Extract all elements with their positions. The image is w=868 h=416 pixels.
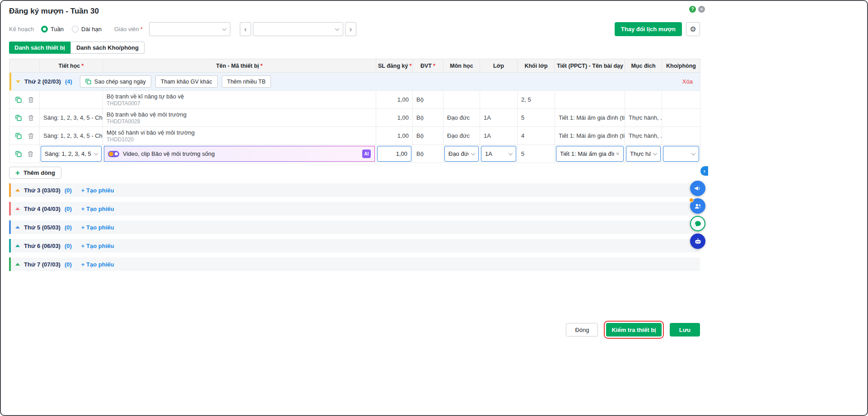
room-cell (662, 127, 700, 145)
chevron-down-icon (691, 151, 696, 155)
create-ticket-link[interactable]: + Tạo phiếu (81, 261, 114, 268)
expand-arrow-icon[interactable] (15, 207, 20, 210)
class-select[interactable]: 1A (481, 146, 516, 162)
radio-week[interactable]: Tuần (41, 26, 64, 33)
trash-icon[interactable] (28, 133, 34, 139)
change-schedule-button[interactable]: Thay đổi lịch mượn (615, 22, 682, 36)
week-navigator: ‹ › (240, 22, 356, 36)
trash-icon[interactable] (28, 115, 34, 121)
day-label: Thứ 3 (03/03) (24, 187, 61, 194)
day-bar-wednesday[interactable]: Thứ 4 (04/03) (0) + Tạo phiếu (9, 202, 700, 215)
device-name: Bộ tranh về bảo vệ môi trường (107, 111, 372, 118)
trash-icon[interactable] (28, 97, 34, 103)
collapse-arrow-icon[interactable] (16, 80, 20, 83)
create-ticket-link[interactable]: + Tạo phiếu (81, 224, 114, 231)
teacher-select[interactable] (149, 22, 230, 36)
device-type-toggle-icon (108, 151, 119, 157)
class-cell: 1A (480, 109, 518, 127)
day-group-label: Thứ 2 (02/03) (24, 78, 61, 85)
quantity-cell: 1,00 (376, 91, 413, 109)
class-cell (480, 91, 518, 109)
quantity-cell: 1,00 (376, 109, 413, 127)
close-icon[interactable]: ✕ (698, 6, 705, 13)
duplicate-row-icon[interactable] (15, 151, 22, 157)
copy-to-day-button[interactable]: Sao chép sang ngày (80, 75, 151, 88)
day-bar-thursday[interactable]: Thứ 5 (05/03) (0) + Tạo phiếu (9, 220, 700, 234)
copy-icon (85, 79, 91, 84)
create-ticket-link[interactable]: + Tạo phiếu (81, 187, 114, 194)
consult-other-teachers-button[interactable]: Tham khảo GV khác (155, 75, 218, 88)
subject-cell: Đạo đức (443, 109, 480, 127)
room-select[interactable] (663, 146, 699, 162)
next-week-button[interactable]: › (345, 22, 356, 36)
tab-bar: Danh sách thiết bị Danh sách Kho/phòng (9, 42, 700, 54)
lesson-input[interactable]: Tiết 1: Mái ấm gia đình ✕ (556, 146, 624, 162)
period-cell: Sáng: 1, 2, 3, 4, 5 - Chiề... (40, 127, 103, 145)
day-label: Thứ 7 (07/03) (24, 261, 61, 268)
week-select[interactable] (253, 22, 343, 36)
titlebar: Đăng ký mượn - Tuần 30 (9, 1, 700, 16)
day-bar-saturday[interactable]: Thứ 7 (07/03) (0) + Tạo phiếu (9, 257, 700, 271)
add-multiple-devices-button[interactable]: Thêm nhiều TB (222, 75, 271, 88)
purpose-select[interactable]: Thực hà... (626, 146, 661, 162)
required-asterisk: * (140, 26, 143, 33)
expand-arrow-icon[interactable] (15, 226, 20, 229)
day-group-count: (4) (65, 78, 72, 85)
add-row-button[interactable]: + Thêm dòng (9, 167, 61, 179)
col-class: Lớp (480, 59, 518, 73)
side-panel-toggle[interactable]: › (700, 166, 708, 176)
radio-longterm-label: Dài hạn (81, 26, 102, 33)
room-cell (662, 91, 700, 109)
day-bar-tuesday[interactable]: Thứ 3 (03/03) (0) + Tạo phiếu (9, 183, 700, 197)
trash-icon[interactable] (28, 151, 33, 157)
create-ticket-link[interactable]: + Tạo phiếu (81, 206, 114, 212)
col-room: Kho/phòng (662, 59, 700, 73)
grade-cell: 5 (518, 109, 555, 127)
quantity-cell: 1,00 (376, 127, 413, 145)
create-ticket-link[interactable]: + Tạo phiếu (81, 243, 114, 249)
col-subject: Môn học (443, 59, 480, 73)
save-button[interactable]: Lưu (670, 323, 700, 337)
check-device-button[interactable]: Kiểm tra thiết bị (606, 323, 661, 337)
help-icon[interactable]: ? (689, 6, 696, 13)
period-select[interactable]: Sáng: 1, 2, 3, 4, 5 - ... (41, 146, 102, 162)
grade-cell: 5 (518, 145, 555, 163)
duplicate-row-icon[interactable] (15, 97, 22, 103)
day-bars: Thứ 3 (03/03) (0) + Tạo phiếu Thứ 4 (04/… (9, 183, 700, 271)
ai-badge[interactable]: AI (362, 150, 371, 158)
subject-cell: Đạo đức (443, 127, 480, 145)
unit-cell: Bộ (413, 127, 443, 145)
tab-device-list[interactable]: Danh sách thiết bị (9, 42, 70, 54)
notification-dot (689, 198, 694, 202)
period-cell: Sáng: 1, 2, 3, 4, 5 - Chiề... (40, 109, 103, 127)
assistant-fab[interactable] (690, 234, 705, 249)
delete-day-link[interactable]: Xóa (682, 78, 693, 85)
prev-week-button[interactable]: ‹ (240, 22, 251, 36)
megaphone-icon (694, 184, 702, 192)
chat-fab[interactable] (690, 216, 705, 231)
col-actions (9, 59, 40, 73)
day-bar-friday[interactable]: Thứ 6 (06/03) (0) + Tạo phiếu (9, 239, 700, 252)
robot-icon (694, 237, 702, 246)
close-button[interactable]: Đóng (566, 323, 598, 337)
expand-arrow-icon[interactable] (15, 263, 20, 266)
settings-gear-button[interactable]: ⚙ (686, 22, 700, 36)
device-name-input[interactable]: Video, clip Bảo vệ môi trường sống AI (104, 146, 375, 162)
duplicate-row-icon[interactable] (15, 133, 22, 139)
tab-warehouse-list[interactable]: Danh sách Kho/phòng (70, 42, 145, 54)
col-quantity: SL đăng ký* (376, 59, 413, 73)
clear-icon[interactable]: ✕ (616, 151, 620, 156)
device-name-cell: Bộ tranh về bảo vệ môi trường THDDTA0028 (103, 109, 376, 127)
community-fab[interactable] (690, 198, 705, 214)
announcement-fab[interactable] (690, 181, 705, 196)
subject-select[interactable]: Đạo đức (444, 146, 479, 162)
expand-arrow-icon[interactable] (15, 244, 20, 247)
chat-bubble-icon (694, 220, 702, 228)
day-count: (0) (65, 206, 72, 212)
device-name: Một số hành vi bảo vệ môi trường (107, 129, 372, 136)
expand-arrow-icon[interactable] (15, 189, 20, 192)
duplicate-row-icon[interactable] (15, 115, 22, 121)
radio-week-label: Tuần (51, 26, 64, 33)
quantity-input[interactable]: 1,00 (377, 146, 411, 162)
radio-longterm[interactable]: Dài hạn (72, 26, 102, 33)
